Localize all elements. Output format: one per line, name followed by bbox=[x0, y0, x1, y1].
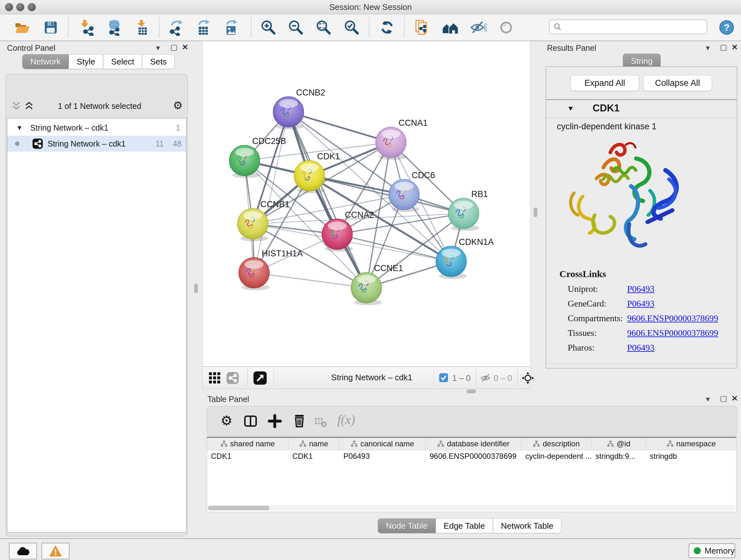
search-input[interactable] bbox=[549, 19, 707, 34]
export-image-button[interactable] bbox=[221, 17, 242, 38]
network-list-gear-icon[interactable]: ⚙ bbox=[173, 99, 183, 112]
open-file-browser-button[interactable] bbox=[412, 17, 433, 38]
open-session-button[interactable] bbox=[11, 17, 32, 38]
tab-select[interactable]: Select bbox=[103, 54, 142, 69]
crosslink-uniprot-link[interactable]: P06493 bbox=[627, 284, 655, 294]
grid-view-icon[interactable] bbox=[208, 372, 221, 384]
table-cell[interactable]: stringdb:9... bbox=[592, 450, 646, 462]
tab-network-table[interactable]: Network Table bbox=[493, 518, 561, 533]
network-canvas[interactable]: CCNB2CCNA1CDC25BCDK1CDC6RB1CCNB1CCNA2CDK… bbox=[202, 41, 530, 367]
column-header-shared-name[interactable]: shared name bbox=[207, 438, 288, 450]
table-row[interactable]: CDK1CDK1P064939606.ENSP00000378699cyclin… bbox=[207, 450, 736, 462]
tab-network[interactable]: Network bbox=[22, 54, 69, 69]
import-network-from-file-button[interactable] bbox=[76, 17, 97, 38]
results-panel-menu-icon[interactable]: ▾ bbox=[706, 44, 710, 52]
network-node-CDK1[interactable]: CDK1 bbox=[294, 152, 340, 193]
show-glyphs-button[interactable] bbox=[495, 17, 517, 38]
column-header-database-identifier[interactable]: database identifier bbox=[426, 438, 522, 450]
section-expander-icon[interactable]: ▼ bbox=[567, 105, 574, 113]
fit-selected-crosshair-icon[interactable] bbox=[521, 371, 535, 385]
table-cell[interactable]: P06493 bbox=[340, 450, 426, 462]
network-node-CCNB2[interactable]: CCNB2 bbox=[273, 88, 325, 130]
warning-icon bbox=[49, 545, 62, 557]
collapse-all-button[interactable]: Collapse All bbox=[643, 75, 712, 91]
network-row-selected[interactable]: String Network – cdk1 11 48 bbox=[7, 136, 186, 152]
selected-count: 1 – 0 bbox=[452, 373, 471, 383]
node-label: CDKN1A bbox=[459, 237, 494, 247]
right-splitter-handle[interactable] bbox=[534, 207, 537, 217]
import-table-from-file-button[interactable] bbox=[131, 17, 152, 38]
crosslink-pharos-link[interactable]: P06493 bbox=[627, 343, 655, 353]
memory-button[interactable]: Memory bbox=[689, 543, 735, 558]
column-header--id[interactable]: @id bbox=[592, 438, 646, 450]
network-node-CCNB1[interactable]: CCNB1 bbox=[238, 199, 289, 241]
zoom-out-button[interactable] bbox=[285, 17, 306, 38]
import-network-from-database-button[interactable] bbox=[104, 17, 125, 38]
export-network-button[interactable] bbox=[165, 17, 187, 38]
network-list: ▼ String Network – cdk1 1 String Network… bbox=[7, 118, 186, 533]
network-node-RB1[interactable]: RB1 bbox=[448, 189, 488, 231]
open-in-window-icon[interactable] bbox=[253, 371, 267, 385]
column-header-description[interactable]: description bbox=[522, 438, 592, 450]
left-splitter-handle[interactable] bbox=[194, 284, 198, 293]
network-node-CDKN1A[interactable]: CDKN1A bbox=[436, 237, 494, 279]
network-node-CDC6[interactable]: CDC6 bbox=[389, 171, 435, 212]
network-view[interactable]: CCNB2CCNA1CDC25BCDK1CDC6RB1CCNB1CCNA2CDK… bbox=[203, 41, 530, 366]
table-panel-menu-icon[interactable]: ▾ bbox=[706, 395, 710, 403]
control-panel-menu-icon[interactable]: ▾ bbox=[156, 44, 160, 52]
scrollbar-thumb[interactable] bbox=[208, 506, 269, 510]
table-gear-icon[interactable]: ⚙ bbox=[220, 413, 232, 428]
table-panel-float-icon[interactable]: ▢ bbox=[720, 394, 727, 403]
zoom-in-button[interactable] bbox=[258, 17, 279, 38]
tab-style[interactable]: Style bbox=[69, 54, 103, 69]
table-horizontal-scrollbar[interactable] bbox=[207, 505, 736, 511]
expand-all-icon[interactable] bbox=[23, 100, 35, 111]
network-node-CDC25B[interactable]: CDC25B bbox=[229, 136, 286, 178]
control-panel-close-icon[interactable]: ✕ bbox=[182, 43, 188, 52]
crosslink-tissues-link[interactable]: 9606.ENSP00000378699 bbox=[627, 328, 718, 338]
network-view-toggle-icon[interactable] bbox=[226, 372, 239, 384]
selected-checkbox-icon[interactable] bbox=[439, 373, 448, 382]
cloud-status-button[interactable] bbox=[9, 543, 37, 559]
results-panel-float-icon[interactable]: ▢ bbox=[720, 43, 727, 52]
collapse-all-icon[interactable] bbox=[11, 100, 22, 111]
tab-edge-table[interactable]: Edge Table bbox=[435, 518, 493, 533]
show-columns-icon[interactable] bbox=[244, 414, 258, 428]
table-panel-close-icon[interactable]: ✕ bbox=[731, 394, 738, 403]
create-column-icon[interactable] bbox=[268, 414, 282, 428]
table-cell[interactable]: CDK1 bbox=[207, 450, 288, 462]
delete-column-icon[interactable] bbox=[292, 414, 307, 428]
expand-all-button[interactable]: Expand All bbox=[570, 75, 639, 91]
table-cell[interactable]: 9606.ENSP00000378699 bbox=[426, 450, 522, 462]
crosslink-label: Tissues: bbox=[568, 328, 597, 338]
column-header-name[interactable]: name bbox=[288, 438, 340, 450]
tab-node-table[interactable]: Node Table bbox=[378, 518, 435, 533]
network-collection-row[interactable]: ▼ String Network – cdk1 1 bbox=[7, 120, 186, 136]
network-node-HIST1H1A[interactable]: HIST1H1A bbox=[239, 249, 303, 291]
column-type-icon bbox=[667, 440, 674, 447]
tree-expander-icon[interactable]: ▼ bbox=[16, 124, 23, 132]
zoom-fit-button[interactable] bbox=[313, 17, 334, 38]
string-home-button[interactable] bbox=[440, 17, 461, 38]
column-type-icon bbox=[533, 440, 540, 447]
hide-glyphs-button[interactable] bbox=[468, 17, 488, 38]
column-header-canonical-name[interactable]: canonical name bbox=[340, 438, 426, 450]
node-label: CCNB1 bbox=[260, 199, 289, 209]
zoom-selected-button[interactable] bbox=[341, 17, 362, 38]
table-cell[interactable]: cyclin-dependent ... bbox=[522, 450, 592, 462]
column-type-icon bbox=[220, 440, 227, 447]
column-header-namespace[interactable]: namespace bbox=[646, 438, 737, 450]
table-cell[interactable]: stringdb bbox=[646, 450, 737, 462]
help-button[interactable]: ? bbox=[716, 17, 737, 38]
gene-name: CDK1 bbox=[593, 103, 619, 114]
save-session-button[interactable] bbox=[40, 17, 61, 38]
table-cell[interactable]: CDK1 bbox=[288, 450, 340, 462]
results-panel-close-icon[interactable]: ✕ bbox=[731, 43, 738, 52]
export-table-button[interactable] bbox=[193, 17, 214, 38]
crosslink-genecard-link[interactable]: P06493 bbox=[627, 299, 655, 309]
warning-status-button[interactable] bbox=[42, 543, 70, 559]
apply-layout-button[interactable] bbox=[377, 17, 398, 38]
tab-sets[interactable]: Sets bbox=[142, 54, 175, 69]
crosslink-compartments-link[interactable]: 9606.ENSP00000378699 bbox=[627, 313, 718, 323]
control-panel-float-icon[interactable]: ▢ bbox=[171, 43, 178, 52]
